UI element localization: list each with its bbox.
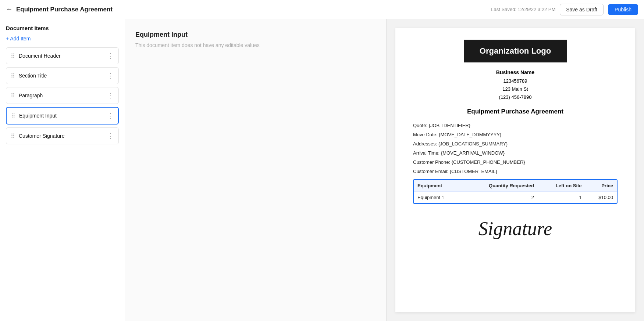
item-menu-button[interactable]: ⋮ (107, 132, 114, 140)
addresses-field: Addresses: {JOB_LOCATIONS_SUMMARY} (413, 141, 618, 147)
doc-main-title: Equipment Purchase Agreement (413, 108, 618, 115)
topbar-right: Last Saved: 12/29/22 3:22 PM Save as Dra… (491, 4, 638, 15)
equipment-table-wrapper: Equipment Quantity Requested Left on Sit… (413, 179, 618, 204)
col-qty: Quantity Requested (463, 180, 538, 192)
topbar-left: ← Equipment Purchase Agreement (6, 6, 113, 13)
quote-field: Quote: {JOB_IDENTIFIER} (413, 123, 618, 128)
drag-handle-icon: ⠿ (11, 72, 15, 79)
cell-qty: 2 (463, 192, 538, 203)
topbar: ← Equipment Purchase Agreement Last Save… (0, 0, 644, 19)
cell-left: 1 (538, 192, 586, 203)
col-equipment: Equipment (414, 180, 463, 192)
sidebar-item-label: Equipment Input (19, 113, 103, 119)
item-menu-button[interactable]: ⋮ (107, 112, 114, 120)
middle-panel: Equipment Input This document item does … (125, 19, 387, 321)
equipment-table: Equipment Quantity Requested Left on Sit… (414, 180, 617, 203)
business-address: 123 Main St (413, 85, 618, 93)
item-menu-button[interactable]: ⋮ (107, 91, 114, 100)
sidebar-item-label: Section Title (19, 73, 104, 79)
cell-equipment: Equipment 1 (414, 192, 463, 203)
drag-handle-icon: ⠿ (11, 92, 15, 99)
sidebar-item-label: Document Header (19, 53, 104, 59)
sidebar: Document Items + Add Item ⠿ Document Hea… (0, 19, 125, 321)
drag-handle-icon: ⠿ (11, 53, 15, 59)
document-preview: Organization Logo Business Name 12345678… (395, 28, 635, 312)
publish-button[interactable]: Publish (608, 4, 638, 15)
business-phone: (123) 456-7890 (413, 93, 618, 101)
sidebar-item-document-header[interactable]: ⠿ Document Header ⋮ (6, 47, 119, 64)
middle-subtitle: This document item does not have any edi… (135, 42, 376, 48)
save-draft-button[interactable]: Save as Draft (560, 4, 604, 15)
business-info: Business Name 123456789 123 Main St (123… (413, 68, 618, 101)
add-item-button[interactable]: + Add Item (6, 36, 31, 42)
move-date-field: Move Date: {MOVE_DATE_DDMMYYYY} (413, 132, 618, 137)
sidebar-item-label: Customer Signature (19, 133, 104, 139)
drag-handle-icon: ⠿ (11, 133, 15, 140)
sidebar-item-paragraph[interactable]: ⠿ Paragraph ⋮ (6, 87, 119, 104)
signature-area: Signature (413, 209, 618, 242)
customer-email-field: Customer Email: {CUSTOMER_EMAIL} (413, 169, 618, 174)
business-name: Business Name (413, 68, 618, 77)
col-left: Left on Site (538, 180, 586, 192)
item-menu-button[interactable]: ⋮ (107, 72, 114, 80)
last-saved-label: Last Saved: 12/29/22 3:22 PM (491, 7, 555, 12)
sidebar-item-customer-signature[interactable]: ⠿ Customer Signature ⋮ (6, 127, 119, 144)
main-layout: Document Items + Add Item ⠿ Document Hea… (0, 19, 644, 321)
org-logo: Organization Logo (464, 40, 567, 62)
cell-price: $10.00 (586, 192, 617, 203)
preview-panel: Organization Logo Business Name 12345678… (387, 19, 644, 321)
table-row: Equipment 1 2 1 $10.00 (414, 192, 617, 203)
middle-title: Equipment Input (135, 31, 376, 39)
document-title: Equipment Purchase Agreement (16, 6, 113, 13)
drag-handle-icon: ⠿ (11, 112, 15, 119)
customer-phone-field: Customer Phone: {CUSTOMER_PHONE_NUMBER} (413, 159, 618, 165)
col-price: Price (586, 180, 617, 192)
arrival-time-field: Arrival Time: {MOVE_ARRIVAL_WINDOW} (413, 150, 618, 156)
business-number: 123456789 (413, 77, 618, 85)
sidebar-title: Document Items (6, 25, 119, 31)
back-button[interactable]: ← (6, 6, 13, 13)
item-menu-button[interactable]: ⋮ (107, 52, 114, 60)
sidebar-item-equipment-input[interactable]: ⠿ Equipment Input ⋮ (6, 107, 119, 125)
sidebar-item-section-title[interactable]: ⠿ Section Title ⋮ (6, 67, 119, 84)
sidebar-item-label: Paragraph (19, 93, 104, 98)
signature-text: Signature (413, 218, 618, 239)
